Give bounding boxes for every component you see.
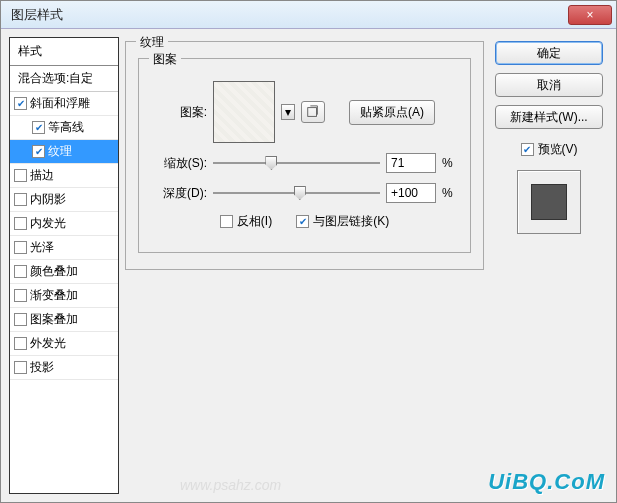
- pattern-swatch[interactable]: [213, 81, 275, 143]
- slider-thumb[interactable]: [265, 156, 277, 170]
- style-item-label: 颜色叠加: [30, 263, 78, 280]
- dialog-title: 图层样式: [11, 6, 568, 24]
- preview-inner: [531, 184, 567, 220]
- link-label: 与图层链接(K): [313, 213, 389, 230]
- style-item-label: 外发光: [30, 335, 66, 352]
- style-item[interactable]: 渐变叠加: [10, 284, 118, 308]
- close-button[interactable]: ×: [568, 5, 612, 25]
- svg-rect-0: [308, 108, 317, 117]
- style-item-label: 图案叠加: [30, 311, 78, 328]
- pattern-legend: 图案: [149, 51, 181, 68]
- scale-input[interactable]: [386, 153, 436, 173]
- style-sidebar: 样式 混合选项:自定 斜面和浮雕等高线纹理描边内阴影内发光光泽颜色叠加渐变叠加图…: [9, 37, 119, 494]
- style-item[interactable]: 描边: [10, 164, 118, 188]
- style-item-label: 内发光: [30, 215, 66, 232]
- checkbox-icon[interactable]: [14, 217, 27, 230]
- close-icon: ×: [586, 8, 593, 22]
- style-item[interactable]: 等高线: [10, 116, 118, 140]
- depth-row: 深度(D): %: [151, 183, 458, 203]
- titlebar[interactable]: 图层样式 ×: [1, 1, 616, 29]
- sidebar-header[interactable]: 样式: [10, 38, 118, 66]
- style-item[interactable]: 纹理: [10, 140, 118, 164]
- depth-input[interactable]: [386, 183, 436, 203]
- checkbox-icon[interactable]: [32, 145, 45, 158]
- preview-checkbox[interactable]: 预览(V): [521, 141, 578, 158]
- pattern-label: 图案:: [151, 104, 207, 121]
- cancel-button[interactable]: 取消: [495, 73, 603, 97]
- pattern-row: 图案: ▾ 贴紧原点(A): [151, 81, 458, 143]
- options-row: 反相(I) 与图层链接(K): [151, 213, 458, 230]
- layer-style-dialog: 图层样式 × 样式 混合选项:自定 斜面和浮雕等高线纹理描边内阴影内发光光泽颜色…: [0, 0, 617, 503]
- style-item-label: 等高线: [48, 119, 84, 136]
- style-item[interactable]: 内阴影: [10, 188, 118, 212]
- blend-options[interactable]: 混合选项:自定: [10, 66, 118, 92]
- checkbox-icon[interactable]: [14, 193, 27, 206]
- checkbox-icon: [296, 215, 309, 228]
- pattern-dropdown-button[interactable]: ▾: [281, 104, 295, 120]
- checkbox-icon[interactable]: [14, 313, 27, 326]
- style-item-label: 描边: [30, 167, 54, 184]
- settings-panel: 纹理 图案 图案: ▾ 贴紧原点(A): [125, 37, 484, 494]
- new-style-button[interactable]: 新建样式(W)...: [495, 105, 603, 129]
- preview-swatch: [517, 170, 581, 234]
- checkbox-icon[interactable]: [32, 121, 45, 134]
- checkbox-icon: [220, 215, 233, 228]
- link-layer-checkbox[interactable]: 与图层链接(K): [296, 213, 389, 230]
- new-pattern-button[interactable]: [301, 101, 325, 123]
- checkbox-icon[interactable]: [14, 241, 27, 254]
- style-item-label: 渐变叠加: [30, 287, 78, 304]
- style-item[interactable]: 投影: [10, 356, 118, 380]
- checkbox-icon[interactable]: [14, 169, 27, 182]
- style-item[interactable]: 图案叠加: [10, 308, 118, 332]
- texture-legend: 纹理: [136, 34, 168, 51]
- scale-unit: %: [442, 156, 458, 170]
- style-item-label: 光泽: [30, 239, 54, 256]
- preview-label: 预览(V): [538, 141, 578, 158]
- texture-group: 纹理 图案 图案: ▾ 贴紧原点(A): [125, 41, 484, 270]
- chevron-down-icon: ▾: [285, 105, 291, 119]
- checkbox-icon[interactable]: [14, 361, 27, 374]
- checkbox-icon[interactable]: [14, 97, 27, 110]
- style-item[interactable]: 颜色叠加: [10, 260, 118, 284]
- checkbox-icon: [521, 143, 534, 156]
- invert-checkbox[interactable]: 反相(I): [220, 213, 272, 230]
- depth-label: 深度(D):: [151, 185, 207, 202]
- style-item-label: 内阴影: [30, 191, 66, 208]
- dialog-body: 样式 混合选项:自定 斜面和浮雕等高线纹理描边内阴影内发光光泽颜色叠加渐变叠加图…: [1, 29, 616, 502]
- checkbox-icon[interactable]: [14, 337, 27, 350]
- invert-label: 反相(I): [237, 213, 272, 230]
- style-list: 斜面和浮雕等高线纹理描边内阴影内发光光泽颜色叠加渐变叠加图案叠加外发光投影: [10, 92, 118, 493]
- scale-slider[interactable]: [213, 154, 380, 172]
- pattern-subgroup: 图案 图案: ▾ 贴紧原点(A) 缩放(S):: [138, 58, 471, 253]
- slider-track: [213, 162, 380, 164]
- style-item-label: 斜面和浮雕: [30, 95, 90, 112]
- slider-thumb[interactable]: [294, 186, 306, 200]
- ok-button[interactable]: 确定: [495, 41, 603, 65]
- right-pane: 确定 取消 新建样式(W)... 预览(V): [490, 37, 608, 494]
- style-item-label: 投影: [30, 359, 54, 376]
- checkbox-icon[interactable]: [14, 265, 27, 278]
- snap-origin-button[interactable]: 贴紧原点(A): [349, 100, 435, 125]
- depth-unit: %: [442, 186, 458, 200]
- scale-label: 缩放(S):: [151, 155, 207, 172]
- checkbox-icon[interactable]: [14, 289, 27, 302]
- depth-slider[interactable]: [213, 184, 380, 202]
- style-item[interactable]: 斜面和浮雕: [10, 92, 118, 116]
- style-item[interactable]: 外发光: [10, 332, 118, 356]
- style-item[interactable]: 光泽: [10, 236, 118, 260]
- new-preset-icon: [306, 105, 320, 119]
- style-item-label: 纹理: [48, 143, 72, 160]
- style-item[interactable]: 内发光: [10, 212, 118, 236]
- scale-row: 缩放(S): %: [151, 153, 458, 173]
